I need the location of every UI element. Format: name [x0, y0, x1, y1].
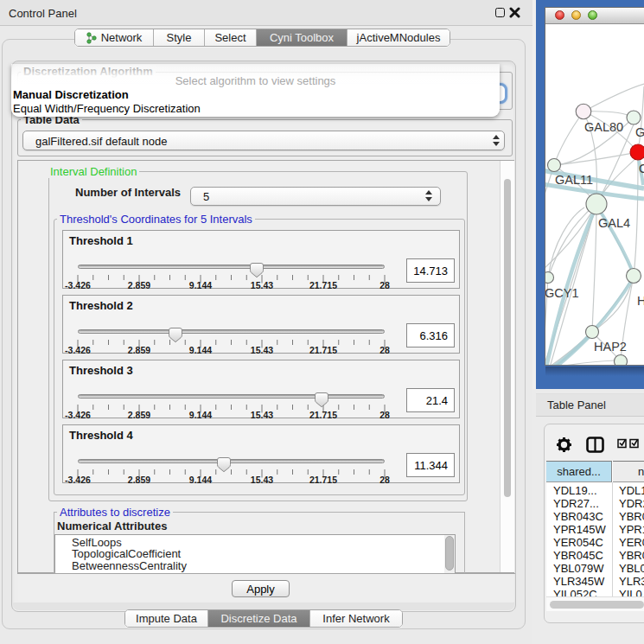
svg-text:C: C	[639, 162, 644, 175]
svg-text:HA: HA	[637, 294, 644, 308]
svg-text:GAL11: GAL11	[555, 173, 593, 187]
svg-text:HAP2: HAP2	[594, 340, 627, 354]
svg-text:GCY1: GCY1	[545, 286, 579, 300]
svg-text:GAL80: GAL80	[584, 120, 623, 134]
svg-text:GAL4: GAL4	[598, 216, 630, 230]
svg-text:GAL: GAL	[635, 125, 644, 139]
